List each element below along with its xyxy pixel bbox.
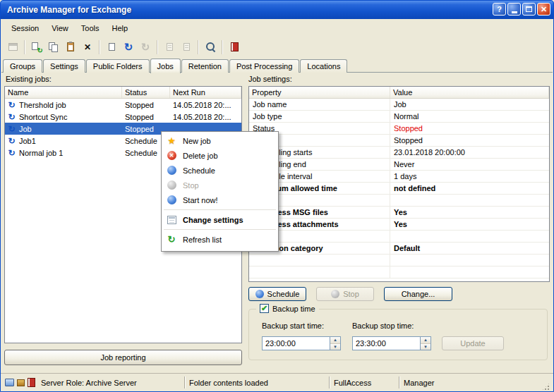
maximize-button[interactable] [522, 3, 536, 16]
context-item-schedule[interactable]: Schedule [162, 163, 278, 178]
refresh-blue-icon[interactable]: ↻ [121, 39, 136, 55]
job-name: Job [19, 125, 32, 133]
delete-icon[interactable]: ✕ [80, 39, 95, 55]
status-access: FullAccess [331, 374, 397, 391]
refresh-disabled-icon[interactable]: ↻ [138, 39, 153, 55]
column-header-next-run[interactable]: Next Run [170, 87, 241, 98]
clipboard-icon [67, 42, 74, 51]
column-header-status[interactable]: Status [122, 87, 170, 98]
menu-help[interactable]: Help [105, 21, 134, 35]
change-button[interactable]: Change... [384, 287, 452, 301]
property-row[interactable]: Job type Normal [249, 111, 549, 123]
tab-groups[interactable]: Groups [3, 59, 42, 73]
status-separator [184, 376, 185, 388]
title-bar[interactable]: Archive Manager for Exchange ? ✕ [0, 0, 554, 19]
job-settings-label: Job settings: [248, 75, 292, 83]
menu-session[interactable]: Session [5, 21, 45, 35]
backup-time-label: Backup time [272, 305, 315, 313]
property-row[interactable]: Stopped [249, 135, 549, 147]
property-value: Stopped [390, 135, 549, 146]
backup-start-up-button[interactable]: ▴ [330, 337, 340, 344]
job-row[interactable]: ↻Shortcut Sync Stopped 14.05.2018 20:... [5, 111, 241, 123]
backup-start-time-value[interactable]: 23:00:00 [263, 337, 330, 350]
context-item-stop[interactable]: Stop [162, 178, 278, 192]
context-item-refresh-list[interactable]: ↻ Refresh list [162, 232, 278, 247]
backup-stop-time-value[interactable]: 23:30:00 [353, 337, 420, 350]
window-title: Archive Manager for Exchange [0, 5, 131, 15]
backup-start-time-input[interactable]: 23:00:00 ▴ ▾ [262, 336, 341, 350]
backup-time-checkbox[interactable]: ✔ [260, 304, 269, 313]
stop-globe-icon [331, 290, 339, 298]
property-row[interactable]: Compress MSG files Yes [249, 207, 549, 219]
red-book-icon [231, 42, 239, 51]
property-row[interactable]: Schedule interval 1 days [249, 171, 549, 183]
context-item-new-job[interactable]: ★ New job [162, 133, 278, 148]
toolbar-separator [157, 40, 158, 54]
column-header-value[interactable]: Value [390, 87, 549, 98]
stop-button[interactable]: Stop [316, 287, 374, 301]
schedule-button[interactable]: Schedule [248, 287, 306, 301]
job-status: Stopped [122, 113, 170, 121]
paste-icon[interactable] [63, 39, 78, 55]
context-item-delete-job[interactable]: ✕ Delete job [162, 148, 278, 163]
property-row[interactable]: Maximum allowed time not defined [249, 183, 549, 195]
property-row[interactable]: Retention category Default [249, 243, 549, 255]
minimize-button[interactable] [507, 3, 521, 16]
job-reporting-button[interactable]: Job reporting [4, 350, 242, 365]
context-item-start-now[interactable]: Start now! [162, 192, 278, 207]
tab-settings[interactable]: Settings [43, 59, 85, 73]
property-value: 23.01.2018 20:00:00 [390, 147, 549, 158]
context-item-change-settings[interactable]: Change settings [162, 212, 278, 227]
status-bar: Server Role: Archive Server Folder conte… [1, 373, 553, 391]
context-menu-separator [164, 209, 276, 210]
new-document-icon[interactable] [104, 39, 119, 55]
tab-jobs[interactable]: Jobs [150, 59, 181, 73]
change-settings-icon [166, 216, 177, 224]
backup-stop-time-input[interactable]: 23:30:00 ▴ ▾ [352, 336, 431, 350]
schedule-button-label: Schedule [267, 290, 300, 298]
properties-icon[interactable] [5, 39, 20, 55]
resize-grip[interactable] [541, 382, 550, 391]
sync-gray-icon: ↻ [141, 42, 150, 52]
property-row[interactable]: Scheduling starts 23.01.2018 20:00:00 [249, 147, 549, 159]
copy-icon[interactable] [46, 39, 61, 55]
job-name: Normal job 1 [19, 149, 63, 157]
menu-tools[interactable]: Tools [75, 21, 106, 35]
backup-start-down-button[interactable]: ▾ [330, 344, 340, 350]
column-header-name[interactable]: Name [5, 87, 122, 98]
tab-locations[interactable]: Locations [300, 59, 347, 73]
export-refresh-icon[interactable] [29, 39, 44, 55]
backup-stop-down-button[interactable]: ▾ [421, 344, 430, 350]
context-item-label: New job [183, 137, 211, 145]
property-row[interactable]: Job name Job [249, 99, 549, 111]
property-row-empty [249, 267, 549, 278]
update-button[interactable]: Update [442, 336, 504, 350]
backup-stop-up-button[interactable]: ▴ [421, 337, 430, 344]
status-folder-contents: Folder contents loaded [186, 374, 327, 391]
search-icon[interactable] [203, 39, 218, 55]
close-button[interactable]: ✕ [537, 3, 550, 16]
notes-icon[interactable] [162, 39, 177, 55]
annotate-icon[interactable] [179, 39, 194, 55]
property-row[interactable]: Compress attachments Yes [249, 219, 549, 231]
job-icon: ↻ [7, 101, 16, 109]
status-separator [329, 376, 330, 388]
toolbar: ✕ ↻ ↻ [1, 37, 553, 57]
computer-icon [5, 379, 14, 386]
menu-view[interactable]: View [45, 21, 75, 35]
property-row[interactable]: Status Stopped [249, 123, 549, 135]
property-row[interactable]: Scheduling end Never [249, 159, 549, 171]
tab-post-processing[interactable]: Post Processing [229, 59, 299, 73]
backup-time-group: ✔ Backup time Backup start time: Backup … [248, 309, 548, 360]
logbook-icon [28, 378, 35, 387]
help-button[interactable]: ? [493, 3, 506, 16]
tab-public-folders[interactable]: Public Folders [86, 59, 150, 73]
context-item-label: Change settings [183, 216, 243, 224]
logbook-icon[interactable] [227, 39, 242, 55]
lined-page-icon [183, 43, 190, 51]
job-row[interactable]: ↻Thershold job Stopped 14.05.2018 20:... [5, 99, 241, 111]
tab-retention[interactable]: Retention [181, 59, 229, 73]
context-item-label: Delete job [183, 152, 218, 160]
column-header-property[interactable]: Property [249, 87, 390, 98]
job-next-run: 14.05.2018 20:... [170, 113, 241, 121]
